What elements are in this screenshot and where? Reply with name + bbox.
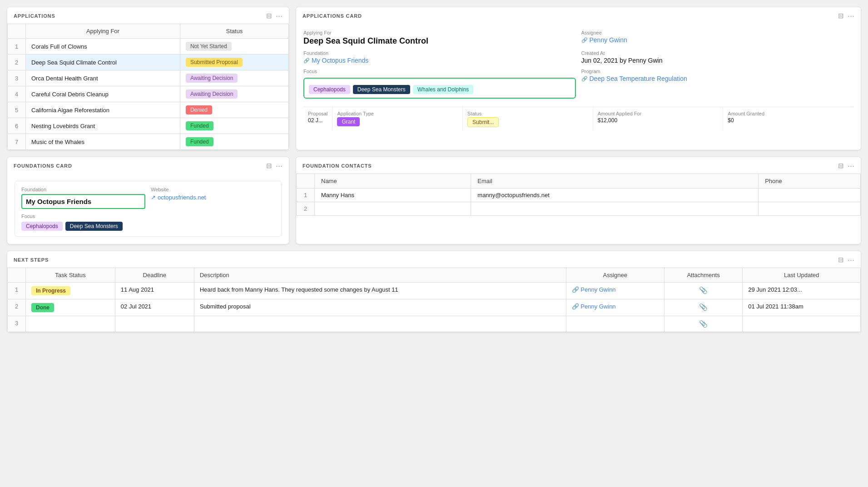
foundations-card-header: FOUNDATIONS Card ⊟ ⋯ (7, 157, 289, 174)
ns-assignee: 🔗 Penny Gwinn (566, 299, 664, 316)
focus-field: Focus Cephalopods Deep Sea Monsters Whal… (303, 69, 576, 102)
application-card-panel: APPLICATIONS Card ⊟ ⋯ Applying For Deep … (296, 7, 861, 150)
foundation-label: Foundation (303, 50, 576, 56)
applications-header: APPLICATIONS ⊟ ⋯ (7, 7, 289, 24)
amount-granted-value: $0 (728, 117, 849, 124)
created-at-value: Jun 02, 2021 by Penny Gwin (581, 57, 854, 64)
card-bottom-row: Proposal 02 J... Application Type Grant … (303, 107, 853, 131)
contacts-col-email: Email (471, 174, 759, 189)
app-card-header-icons: ⊟ ⋯ (838, 12, 854, 20)
ns-description: Heard back from Manny Hans. They request… (194, 283, 566, 299)
foundation-focus-tags: Cephalopods Deep Sea Monsters (21, 222, 275, 231)
assignee-label: Assignee (581, 30, 854, 35)
focus-tags-area: Cephalopods Deep Sea Monsters Whales and… (303, 78, 576, 99)
contacts-col-num (297, 174, 315, 189)
program-value: Deep Sea Temperature Regulation (581, 75, 854, 82)
applications-header-icons: ⊟ ⋯ (266, 12, 283, 20)
focus-label: Focus (303, 69, 576, 74)
focus-label-foundations: Focus (21, 214, 275, 219)
table-row[interactable]: 2 Deep Sea Squid Climate Control Submitt… (8, 55, 289, 70)
ns-description (194, 316, 566, 332)
contacts-sort-icon[interactable]: ⊟ (838, 162, 844, 170)
table-row[interactable]: 7 Music of the Whales Funded (8, 134, 289, 150)
next-steps-more-icon[interactable]: ⋯ (848, 256, 854, 264)
ns-assignee: 🔗 Penny Gwinn (566, 283, 664, 299)
ns-last-updated: 29 Jun 2021 12:03... (743, 283, 861, 299)
table-row[interactable]: 3 Orca Dental Health Grant Awaiting Deci… (8, 70, 289, 86)
table-row[interactable]: 2 (297, 202, 861, 216)
assignee-value: Penny Gwinn (581, 36, 854, 44)
next-steps-table: Task Status Deadline Description Assigne… (7, 268, 861, 332)
table-row[interactable]: 4 Careful Coral Debris Cleanup Awaiting … (8, 86, 289, 102)
foundation-name-label: Foundation (21, 187, 145, 192)
contacts-table: Name Email Phone 1 Manny Hans manny@octo… (296, 174, 861, 216)
ns-row-num: 1 (8, 283, 26, 299)
next-steps-icons: ⊟ ⋯ (838, 256, 854, 264)
table-row[interactable]: 6 Nesting Lovebirds Grant Funded (8, 118, 289, 134)
applying-for-label: Applying For (303, 30, 576, 35)
ns-attachments: 📎 (664, 316, 742, 332)
focus-tag-cephalopods: Cephalopods (309, 85, 350, 94)
table-row[interactable]: 1 In Progress 11 Aug 2021 Heard back fro… (8, 283, 861, 299)
proposal-cell: Proposal 02 J... (303, 107, 332, 131)
status-cell: Awaiting Decision (180, 70, 288, 86)
attachment-icon[interactable]: 📎 (699, 303, 708, 311)
sort-filter-icon[interactable]: ⊟ (838, 12, 844, 20)
amount-granted-label: Amount Granted (728, 111, 849, 116)
focus-tag-whales: Whales and Dolphins (413, 85, 473, 94)
applying-for-field: Applying For Deep Sea Squid Climate Cont… (303, 30, 576, 46)
attachment-icon[interactable]: 📎 (699, 286, 708, 294)
program-label: Program (581, 69, 854, 74)
proposal-value: 02 J... (308, 117, 327, 124)
program-field: Program Deep Sea Temperature Regulation (581, 69, 854, 102)
next-steps-filter-icon[interactable]: ⊟ (838, 256, 844, 264)
contact-phone (759, 202, 861, 216)
ns-last-updated (743, 316, 861, 332)
contact-num: 1 (297, 189, 315, 202)
table-row[interactable]: 2 Done 02 Jul 2021 Submitted proposal 🔗 … (8, 299, 861, 316)
proposal-label: Proposal (308, 111, 327, 116)
status-cell: Awaiting Decision (180, 86, 288, 102)
website-link[interactable]: ↗ octopusfriends.net (151, 194, 275, 201)
external-link-icon: ↗ (151, 194, 156, 201)
status-badge: Submit... (467, 117, 499, 127)
row-num: 1 (8, 39, 26, 55)
filter-icon[interactable]: ⊟ (266, 12, 272, 20)
more-icon[interactable]: ⋯ (276, 12, 283, 20)
row-num: 5 (8, 102, 26, 118)
row-num: 6 (8, 118, 26, 134)
next-steps-title: Next Steps (14, 257, 49, 263)
status-value: Submit... (467, 117, 588, 127)
website-value: octopusfriends.net (158, 194, 206, 201)
table-row[interactable]: 5 California Algae Reforestation Denied (8, 102, 289, 118)
table-row[interactable]: 3 📎 (8, 316, 861, 332)
ns-col-assignee: Assignee (566, 268, 664, 283)
ns-col-last-updated: Last Updated (743, 268, 861, 283)
attachment-icon[interactable]: 📎 (699, 320, 708, 328)
contact-email: manny@octopusfriends.net (471, 189, 759, 202)
focus-tag-deep-sea: Deep Sea Monsters (353, 85, 410, 94)
applying-for-cell: Corals Full of Clowns (26, 39, 180, 55)
foundations-filter-icon[interactable]: ⊟ (266, 162, 272, 170)
focus-tags: Cephalopods Deep Sea Monsters Whales and… (309, 85, 570, 94)
contacts-more-icon[interactable]: ⋯ (848, 162, 854, 170)
task-status-badge: In Progress (31, 286, 70, 295)
foundations-more-icon[interactable]: ⋯ (276, 162, 283, 170)
foundation-contacts-panel: Foundation Contacts ⊟ ⋯ Name Email Phone… (296, 157, 861, 244)
ns-col-attachments: Attachments (664, 268, 742, 283)
foundation-tag-cephalopods: Cephalopods (21, 222, 63, 231)
ns-col-task-status: Task Status (26, 268, 115, 283)
table-row[interactable]: 1 Manny Hans manny@octopusfriends.net (297, 189, 861, 202)
contacts-col-name: Name (315, 174, 471, 189)
status-cell: Status Submit... (463, 107, 593, 131)
table-row[interactable]: 1 Corals Full of Clowns Not Yet Started (8, 39, 289, 55)
foundations-card-title: FOUNDATIONS Card (14, 163, 72, 169)
row-num: 7 (8, 134, 26, 150)
ns-deadline: 02 Jul 2021 (115, 299, 194, 316)
amount-applied-value: $12,000 (598, 117, 719, 124)
app-card-more-icon[interactable]: ⋯ (848, 12, 854, 20)
application-card-body: Applying For Deep Sea Squid Climate Cont… (296, 24, 861, 137)
status-cell: Denied (180, 102, 288, 118)
ns-col-description: Description (194, 268, 566, 283)
app-type-cell: Application Type Grant (332, 107, 463, 131)
